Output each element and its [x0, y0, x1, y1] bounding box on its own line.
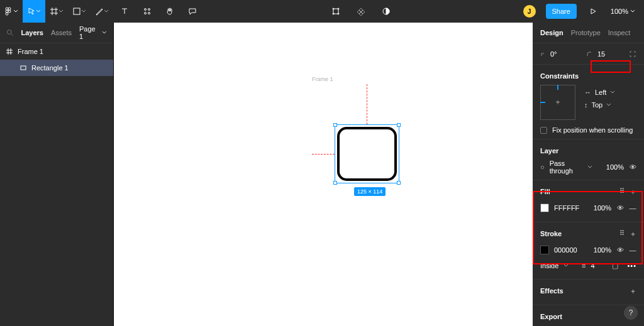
stroke-opacity[interactable]: 100%: [590, 246, 611, 254]
left-panel: Layers Assets Page 1 Frame 1 Rectangle 1: [0, 23, 114, 326]
user-avatar[interactable]: J: [518, 0, 541, 23]
component-icon[interactable]: [325, 0, 347, 23]
tab-inspect[interactable]: Inspect: [608, 29, 630, 36]
independent-corners-icon[interactable]: [629, 50, 636, 58]
fill-title: Fill: [540, 188, 550, 195]
blend-mode-dropdown[interactable]: Pass through: [550, 160, 582, 175]
export-title: Export: [540, 313, 562, 320]
stroke-weight-input[interactable]: 4: [591, 262, 603, 269]
fix-position-checkbox[interactable]: [540, 127, 547, 134]
text-tool-button[interactable]: [113, 0, 136, 23]
blend-icon: ○: [540, 163, 545, 171]
svg-rect-17: [21, 66, 26, 70]
resources-button[interactable]: [136, 0, 158, 23]
svg-point-9: [148, 13, 150, 14]
svg-point-8: [145, 13, 147, 14]
dimensions-badge: 125 × 114: [354, 187, 386, 196]
selection-box: [335, 124, 399, 183]
zoom-dropdown[interactable]: 100%: [604, 8, 641, 15]
layer-opacity[interactable]: 100%: [602, 163, 624, 171]
arrow-v-icon: ↕: [584, 101, 588, 109]
fill-visibility-icon[interactable]: 👁: [616, 204, 624, 212]
fix-position-label: Fix position when scrolling: [552, 126, 633, 134]
svg-rect-1: [6, 10, 8, 13]
svg-rect-10: [333, 9, 338, 14]
frame-label[interactable]: Frame 1: [312, 76, 333, 82]
shape-tool-button[interactable]: [68, 0, 91, 23]
stroke-sides-icon[interactable]: ▢: [612, 262, 618, 270]
stroke-position-dropdown[interactable]: Inside: [540, 262, 558, 269]
rotation-value[interactable]: 0°: [550, 50, 573, 58]
stroke-weight-icon: ≡: [582, 262, 586, 269]
fill-remove-icon[interactable]: —: [629, 204, 636, 212]
fill-swatch[interactable]: [540, 204, 549, 212]
fill-styles-icon[interactable]: ⠿: [619, 187, 625, 197]
constraint-h-dropdown[interactable]: ↔ Left: [584, 89, 615, 96]
design-panel: Design Prototype Inspect 0° Constraints: [533, 23, 644, 326]
stroke-remove-icon[interactable]: —: [629, 246, 636, 254]
resize-handle-bl[interactable]: [333, 181, 337, 185]
top-toolbar: J Share 100%: [0, 0, 644, 23]
rotation-icon: [540, 51, 547, 57]
layer-label: Frame 1: [18, 48, 43, 55]
stroke-swatch[interactable]: [540, 246, 549, 254]
arrow-h-icon: ↔: [584, 89, 591, 96]
present-button[interactable]: [582, 0, 604, 23]
layer-label: Rectangle 1: [31, 64, 69, 72]
comment-tool-button[interactable]: [181, 0, 204, 23]
hand-tool-button[interactable]: [158, 0, 181, 23]
search-icon[interactable]: [6, 29, 14, 36]
mask-icon[interactable]: [350, 0, 372, 23]
frame-icon: [6, 48, 13, 55]
corner-radius-icon: [586, 51, 592, 57]
svg-rect-0: [6, 8, 8, 10]
layer-section-title: Layer: [540, 147, 558, 155]
svg-point-16: [7, 30, 11, 35]
fill-opacity[interactable]: 100%: [590, 204, 611, 212]
constraint-v-dropdown[interactable]: ↕ Top: [584, 101, 615, 109]
resize-handle-tl[interactable]: [333, 123, 337, 127]
tab-assets[interactable]: Assets: [51, 29, 72, 36]
stroke-styles-icon[interactable]: ⠿: [619, 229, 625, 239]
stroke-more-icon[interactable]: •••: [627, 262, 636, 269]
smart-guide-vertical: [367, 84, 367, 124]
boolean-icon[interactable]: [375, 0, 397, 23]
corner-radius-input[interactable]: [596, 50, 621, 58]
stroke-title: Stroke: [540, 230, 562, 237]
resize-handle-tr[interactable]: [397, 123, 401, 127]
svg-rect-3: [8, 8, 11, 10]
zoom-value: 100%: [611, 8, 628, 15]
frame-tool-button[interactable]: [45, 0, 68, 23]
svg-point-7: [148, 9, 150, 11]
stroke-hex[interactable]: 000000: [554, 246, 585, 254]
tab-layers[interactable]: Layers: [21, 29, 43, 36]
stroke-add-icon[interactable]: ＋: [630, 229, 636, 239]
help-button[interactable]: ?: [624, 306, 638, 320]
rectangle-icon: [20, 65, 26, 71]
visibility-toggle[interactable]: 👁: [629, 163, 636, 171]
svg-rect-4: [8, 10, 11, 13]
stroke-visibility-icon[interactable]: 👁: [616, 246, 624, 254]
fill-add-icon[interactable]: ＋: [630, 187, 636, 197]
canvas[interactable]: Frame 1 125 × 114: [114, 23, 533, 326]
svg-rect-5: [74, 8, 80, 14]
resize-handle-br[interactable]: [397, 181, 401, 185]
layer-frame[interactable]: Frame 1: [0, 43, 113, 60]
effects-title: Effects: [540, 287, 564, 295]
move-tool-button[interactable]: [23, 0, 45, 23]
svg-rect-2: [6, 13, 8, 15]
page-dropdown[interactable]: Page 1: [79, 25, 107, 40]
svg-point-6: [145, 9, 147, 11]
smart-guide-horizontal: [312, 154, 335, 155]
fill-hex[interactable]: FFFFFF: [554, 204, 585, 212]
constraints-widget[interactable]: [540, 85, 575, 120]
constraints-title: Constraints: [540, 72, 579, 80]
effects-add-icon[interactable]: ＋: [630, 286, 636, 296]
pen-tool-button[interactable]: [91, 0, 113, 23]
tab-prototype[interactable]: Prototype: [571, 29, 601, 36]
layer-rectangle[interactable]: Rectangle 1: [0, 60, 113, 76]
figma-menu-button[interactable]: [0, 0, 23, 23]
tab-design[interactable]: Design: [540, 29, 564, 36]
share-button[interactable]: Share: [546, 4, 577, 19]
